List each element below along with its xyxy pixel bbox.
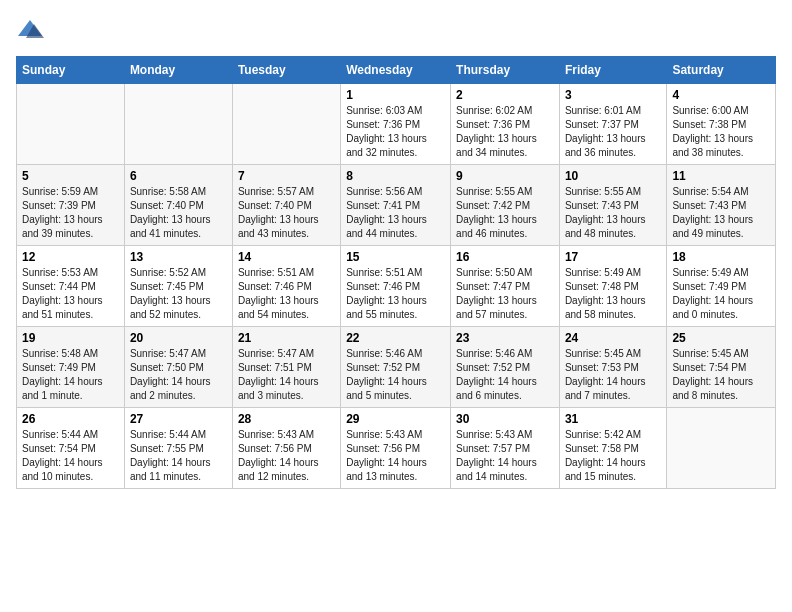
day-number: 21 [238, 331, 335, 345]
calendar-cell: 19Sunrise: 5:48 AM Sunset: 7:49 PM Dayli… [17, 327, 125, 408]
calendar-cell: 28Sunrise: 5:43 AM Sunset: 7:56 PM Dayli… [232, 408, 340, 489]
calendar-cell: 30Sunrise: 5:43 AM Sunset: 7:57 PM Dayli… [451, 408, 560, 489]
logo-icon [16, 16, 44, 44]
calendar-cell: 18Sunrise: 5:49 AM Sunset: 7:49 PM Dayli… [667, 246, 776, 327]
day-info: Sunrise: 6:02 AM Sunset: 7:36 PM Dayligh… [456, 104, 554, 160]
calendar-cell: 31Sunrise: 5:42 AM Sunset: 7:58 PM Dayli… [559, 408, 666, 489]
day-number: 4 [672, 88, 770, 102]
day-number: 27 [130, 412, 227, 426]
day-of-week-header: Tuesday [232, 57, 340, 84]
day-number: 17 [565, 250, 661, 264]
day-number: 3 [565, 88, 661, 102]
day-info: Sunrise: 5:49 AM Sunset: 7:48 PM Dayligh… [565, 266, 661, 322]
day-info: Sunrise: 5:56 AM Sunset: 7:41 PM Dayligh… [346, 185, 445, 241]
day-info: Sunrise: 5:59 AM Sunset: 7:39 PM Dayligh… [22, 185, 119, 241]
day-info: Sunrise: 5:58 AM Sunset: 7:40 PM Dayligh… [130, 185, 227, 241]
day-number: 22 [346, 331, 445, 345]
calendar-cell: 2Sunrise: 6:02 AM Sunset: 7:36 PM Daylig… [451, 84, 560, 165]
day-info: Sunrise: 5:53 AM Sunset: 7:44 PM Dayligh… [22, 266, 119, 322]
calendar-cell: 26Sunrise: 5:44 AM Sunset: 7:54 PM Dayli… [17, 408, 125, 489]
day-number: 15 [346, 250, 445, 264]
day-number: 5 [22, 169, 119, 183]
calendar-cell: 10Sunrise: 5:55 AM Sunset: 7:43 PM Dayli… [559, 165, 666, 246]
calendar-cell: 23Sunrise: 5:46 AM Sunset: 7:52 PM Dayli… [451, 327, 560, 408]
calendar-cell: 22Sunrise: 5:46 AM Sunset: 7:52 PM Dayli… [341, 327, 451, 408]
calendar-table: SundayMondayTuesdayWednesdayThursdayFrid… [16, 56, 776, 489]
day-info: Sunrise: 5:51 AM Sunset: 7:46 PM Dayligh… [346, 266, 445, 322]
day-info: Sunrise: 6:03 AM Sunset: 7:36 PM Dayligh… [346, 104, 445, 160]
day-number: 11 [672, 169, 770, 183]
day-number: 26 [22, 412, 119, 426]
calendar-cell [124, 84, 232, 165]
calendar-cell [667, 408, 776, 489]
calendar-week-row: 19Sunrise: 5:48 AM Sunset: 7:49 PM Dayli… [17, 327, 776, 408]
day-info: Sunrise: 5:45 AM Sunset: 7:54 PM Dayligh… [672, 347, 770, 403]
calendar-cell: 6Sunrise: 5:58 AM Sunset: 7:40 PM Daylig… [124, 165, 232, 246]
day-number: 24 [565, 331, 661, 345]
calendar-cell: 17Sunrise: 5:49 AM Sunset: 7:48 PM Dayli… [559, 246, 666, 327]
day-of-week-header: Thursday [451, 57, 560, 84]
calendar-cell: 13Sunrise: 5:52 AM Sunset: 7:45 PM Dayli… [124, 246, 232, 327]
calendar-cell: 24Sunrise: 5:45 AM Sunset: 7:53 PM Dayli… [559, 327, 666, 408]
calendar-week-row: 26Sunrise: 5:44 AM Sunset: 7:54 PM Dayli… [17, 408, 776, 489]
day-info: Sunrise: 5:52 AM Sunset: 7:45 PM Dayligh… [130, 266, 227, 322]
calendar-cell: 12Sunrise: 5:53 AM Sunset: 7:44 PM Dayli… [17, 246, 125, 327]
calendar-cell: 11Sunrise: 5:54 AM Sunset: 7:43 PM Dayli… [667, 165, 776, 246]
day-info: Sunrise: 6:01 AM Sunset: 7:37 PM Dayligh… [565, 104, 661, 160]
logo [16, 16, 48, 44]
day-info: Sunrise: 5:55 AM Sunset: 7:43 PM Dayligh… [565, 185, 661, 241]
day-info: Sunrise: 5:48 AM Sunset: 7:49 PM Dayligh… [22, 347, 119, 403]
day-number: 19 [22, 331, 119, 345]
calendar-cell: 3Sunrise: 6:01 AM Sunset: 7:37 PM Daylig… [559, 84, 666, 165]
day-number: 10 [565, 169, 661, 183]
calendar-cell: 25Sunrise: 5:45 AM Sunset: 7:54 PM Dayli… [667, 327, 776, 408]
calendar-header-row: SundayMondayTuesdayWednesdayThursdayFrid… [17, 57, 776, 84]
calendar-cell: 27Sunrise: 5:44 AM Sunset: 7:55 PM Dayli… [124, 408, 232, 489]
calendar-week-row: 12Sunrise: 5:53 AM Sunset: 7:44 PM Dayli… [17, 246, 776, 327]
day-info: Sunrise: 6:00 AM Sunset: 7:38 PM Dayligh… [672, 104, 770, 160]
day-info: Sunrise: 5:47 AM Sunset: 7:50 PM Dayligh… [130, 347, 227, 403]
day-of-week-header: Monday [124, 57, 232, 84]
calendar-cell: 29Sunrise: 5:43 AM Sunset: 7:56 PM Dayli… [341, 408, 451, 489]
day-info: Sunrise: 5:43 AM Sunset: 7:57 PM Dayligh… [456, 428, 554, 484]
day-info: Sunrise: 5:57 AM Sunset: 7:40 PM Dayligh… [238, 185, 335, 241]
day-number: 6 [130, 169, 227, 183]
day-number: 20 [130, 331, 227, 345]
day-number: 13 [130, 250, 227, 264]
day-of-week-header: Sunday [17, 57, 125, 84]
day-number: 18 [672, 250, 770, 264]
calendar-cell: 9Sunrise: 5:55 AM Sunset: 7:42 PM Daylig… [451, 165, 560, 246]
calendar-week-row: 1Sunrise: 6:03 AM Sunset: 7:36 PM Daylig… [17, 84, 776, 165]
calendar-cell: 7Sunrise: 5:57 AM Sunset: 7:40 PM Daylig… [232, 165, 340, 246]
day-number: 2 [456, 88, 554, 102]
calendar-cell [17, 84, 125, 165]
day-number: 25 [672, 331, 770, 345]
calendar-cell [232, 84, 340, 165]
calendar-cell: 1Sunrise: 6:03 AM Sunset: 7:36 PM Daylig… [341, 84, 451, 165]
calendar-cell: 16Sunrise: 5:50 AM Sunset: 7:47 PM Dayli… [451, 246, 560, 327]
day-info: Sunrise: 5:47 AM Sunset: 7:51 PM Dayligh… [238, 347, 335, 403]
calendar-cell: 4Sunrise: 6:00 AM Sunset: 7:38 PM Daylig… [667, 84, 776, 165]
day-number: 7 [238, 169, 335, 183]
calendar-cell: 21Sunrise: 5:47 AM Sunset: 7:51 PM Dayli… [232, 327, 340, 408]
day-of-week-header: Saturday [667, 57, 776, 84]
day-info: Sunrise: 5:45 AM Sunset: 7:53 PM Dayligh… [565, 347, 661, 403]
day-of-week-header: Wednesday [341, 57, 451, 84]
day-number: 28 [238, 412, 335, 426]
day-info: Sunrise: 5:54 AM Sunset: 7:43 PM Dayligh… [672, 185, 770, 241]
day-info: Sunrise: 5:42 AM Sunset: 7:58 PM Dayligh… [565, 428, 661, 484]
day-info: Sunrise: 5:50 AM Sunset: 7:47 PM Dayligh… [456, 266, 554, 322]
calendar-cell: 20Sunrise: 5:47 AM Sunset: 7:50 PM Dayli… [124, 327, 232, 408]
day-number: 31 [565, 412, 661, 426]
day-number: 30 [456, 412, 554, 426]
day-info: Sunrise: 5:55 AM Sunset: 7:42 PM Dayligh… [456, 185, 554, 241]
day-info: Sunrise: 5:44 AM Sunset: 7:54 PM Dayligh… [22, 428, 119, 484]
day-info: Sunrise: 5:49 AM Sunset: 7:49 PM Dayligh… [672, 266, 770, 322]
page-header [16, 16, 776, 44]
day-number: 1 [346, 88, 445, 102]
calendar-cell: 5Sunrise: 5:59 AM Sunset: 7:39 PM Daylig… [17, 165, 125, 246]
day-info: Sunrise: 5:43 AM Sunset: 7:56 PM Dayligh… [346, 428, 445, 484]
day-info: Sunrise: 5:51 AM Sunset: 7:46 PM Dayligh… [238, 266, 335, 322]
day-info: Sunrise: 5:46 AM Sunset: 7:52 PM Dayligh… [346, 347, 445, 403]
day-number: 12 [22, 250, 119, 264]
